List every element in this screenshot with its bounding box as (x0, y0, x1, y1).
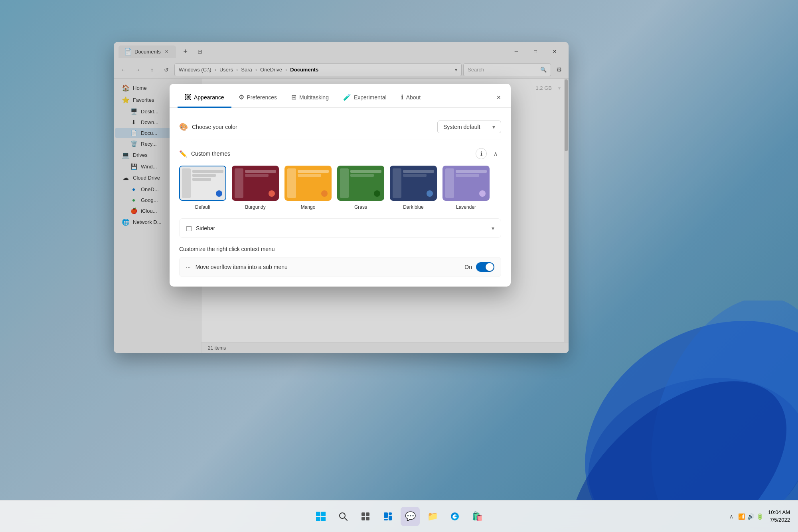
taskbar-clock[interactable]: 10:04 AM 7/5/2022 (768, 509, 790, 523)
context-menu-title: Customize the right click context menu (179, 246, 501, 252)
color-section-icon: 🎨 (179, 123, 188, 131)
theme-name-lavender: Lavender (456, 204, 476, 210)
sidebar-section: ◫ Sidebar ▾ (179, 218, 501, 238)
color-dropdown-arrow: ▾ (492, 124, 495, 130)
themes-section-label: Custom themes (191, 150, 230, 157)
themes-header-left: ✏️ Custom themes (179, 150, 230, 158)
taskbar-start-button[interactable] (311, 507, 330, 526)
tab-appearance-label: Appearance (194, 94, 224, 101)
taskbar-system-tray: ∧ 📶 🔊 🔋 10:04 AM 7/5/2022 (729, 509, 790, 523)
theme-preview-grass (337, 166, 384, 201)
svg-rect-16 (389, 516, 392, 520)
themes-collapse-button[interactable]: ∧ (490, 148, 501, 159)
chevron-up-icon[interactable]: ∧ (729, 513, 733, 520)
volume-icon[interactable]: 🔊 (747, 513, 754, 520)
tab-about[interactable]: ℹ About (394, 87, 428, 108)
themes-info-button[interactable]: ℹ (476, 148, 487, 159)
overflow-icon: ··· (186, 264, 191, 270)
tab-preferences-label: Preferences (247, 94, 277, 101)
svg-line-9 (345, 518, 347, 520)
theme-name-darkblue: Dark blue (403, 204, 423, 210)
taskbar-time: 10:04 AM (768, 509, 790, 516)
taskbar-fileexplorer-button[interactable]: 📁 (423, 507, 442, 526)
toggle-row-label: Move overflow items into a sub menu (196, 264, 465, 270)
svg-rect-15 (389, 512, 392, 515)
svg-point-8 (340, 513, 345, 518)
taskbar-store-button[interactable]: 🛍️ (468, 507, 487, 526)
taskbar-widgets-button[interactable] (378, 507, 397, 526)
theme-name-default: Default (195, 204, 210, 210)
svg-rect-14 (384, 512, 388, 518)
theme-name-mango: Mango (301, 204, 316, 210)
svg-rect-10 (361, 512, 365, 516)
tab-preferences[interactable]: ⚙ Preferences (231, 87, 284, 108)
battery-icon[interactable]: 🔋 (757, 513, 763, 520)
tab-appearance[interactable]: 🖼 Appearance (178, 87, 231, 108)
sidebar-section-label: Sidebar (196, 225, 215, 231)
theme-card-burgundy[interactable]: Burgundy (232, 166, 279, 210)
theme-card-default[interactable]: Default (179, 166, 226, 210)
svg-point-18 (451, 512, 459, 520)
svg-rect-17 (384, 519, 388, 520)
tab-experimental[interactable]: 🧪 Experimental (336, 87, 394, 108)
taskbar-edge-button[interactable] (445, 507, 464, 526)
taskbar: 💬 📁 🛍️ ∧ 📶 (0, 500, 798, 532)
theme-preview-mango (284, 166, 332, 201)
tab-multitasking-label: Multitasking (299, 94, 329, 101)
taskbar-chat-button[interactable]: 💬 (401, 507, 420, 526)
color-dropdown[interactable]: System default ▾ (437, 121, 501, 133)
toggle-switch-overflow[interactable] (476, 262, 494, 272)
tab-multitasking[interactable]: ⊞ Multitasking (284, 87, 336, 108)
theme-card-grass[interactable]: Grass (337, 166, 384, 210)
sidebar-section-left: ◫ Sidebar (186, 224, 215, 232)
theme-card-mango[interactable]: Mango (284, 166, 332, 210)
theme-card-darkblue[interactable]: Dark blue (390, 166, 437, 210)
svg-rect-11 (366, 512, 369, 516)
theme-preview-darkblue (390, 166, 437, 201)
toggle-row-overflow: ··· Move overflow items into a sub menu … (179, 257, 501, 277)
color-section-label: 🎨 Choose your color (179, 123, 237, 131)
taskbar-taskview-button[interactable] (356, 507, 375, 526)
wifi-icon[interactable]: 📶 (738, 513, 745, 520)
themes-grid: Default Burgundy (179, 166, 501, 210)
svg-rect-12 (361, 517, 365, 520)
experimental-tab-icon: 🧪 (343, 93, 351, 101)
color-section: 🎨 Choose your color System default ▾ (179, 117, 501, 140)
appearance-tab-icon: 🖼 (185, 94, 191, 101)
color-section-text: Choose your color (192, 124, 237, 130)
sidebar-section-icon: ◫ (186, 224, 192, 232)
themes-section-icon: ✏️ (179, 150, 187, 158)
svg-rect-6 (316, 517, 320, 521)
themes-section: ✏️ Custom themes ℹ ∧ (179, 148, 501, 210)
theme-name-grass: Grass (354, 204, 367, 210)
toggle-on-label: On (464, 264, 472, 270)
themes-header-actions: ℹ ∧ (476, 148, 501, 159)
sidebar-section-header[interactable]: ◫ Sidebar ▾ (180, 219, 501, 237)
context-menu-section: Customize the right click context menu ·… (179, 246, 501, 277)
preferences-tab-icon: ⚙ (239, 93, 244, 101)
about-tab-icon: ℹ (401, 93, 403, 101)
dialog-titlebar (170, 84, 511, 87)
system-icons: 📶 🔊 🔋 (738, 513, 763, 520)
themes-header: ✏️ Custom themes ℹ ∧ (179, 148, 501, 159)
taskbar-search-button[interactable] (334, 507, 353, 526)
svg-rect-4 (316, 512, 320, 516)
theme-preview-default (179, 166, 226, 201)
sidebar-section-arrow: ▾ (492, 225, 494, 231)
dialog-close-button[interactable]: ✕ (493, 92, 504, 103)
svg-rect-13 (366, 517, 369, 520)
theme-preview-lavender (442, 166, 490, 201)
multitasking-tab-icon: ⊞ (291, 93, 296, 101)
dialog-content: 🎨 Choose your color System default ▾ ✏️ … (170, 108, 511, 287)
dialog-tabs: 🖼 Appearance ⚙ Preferences ⊞ Multitaskin… (170, 87, 511, 108)
color-dropdown-value: System default (443, 124, 480, 130)
tab-about-label: About (406, 94, 421, 101)
svg-rect-7 (321, 517, 326, 521)
taskbar-date: 7/5/2022 (768, 516, 790, 524)
theme-card-lavender[interactable]: Lavender (442, 166, 490, 210)
settings-dialog: 🖼 Appearance ⚙ Preferences ⊞ Multitaskin… (170, 84, 511, 287)
taskbar-center: 💬 📁 🛍️ (311, 507, 487, 526)
theme-name-burgundy: Burgundy (245, 204, 265, 210)
theme-preview-burgundy (232, 166, 279, 201)
tab-experimental-label: Experimental (354, 94, 387, 101)
